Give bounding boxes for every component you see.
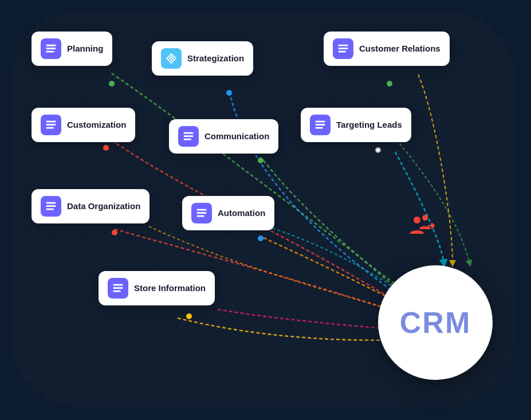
planning-connector [109,81,115,87]
targeting-leads-icon [310,115,331,135]
strategization-icon [161,48,182,69]
customization-connector [103,145,109,151]
strategization-label: Strategization [187,53,244,64]
customer-relations-connector [387,81,392,87]
data-org-connector [112,230,117,235]
svg-point-0 [414,217,420,223]
people-icon [407,212,435,243]
customer-relations-card: Customer Relations [324,32,450,66]
planning-label: Planning [67,44,103,54]
communication-label: Communication [204,131,269,142]
targeting-leads-connector [375,147,381,153]
customer-relations-icon [333,38,353,59]
planning-card: Planning [32,32,112,66]
customization-card: Customization [32,108,135,142]
communication-card: Communication [169,119,278,154]
data-organization-card: Data Organization [32,189,150,223]
targeting-leads-label: Targeting Leads [336,120,402,130]
strategization-card: Strategization [152,41,253,76]
communication-icon [178,126,199,147]
automation-connector [258,235,263,241]
customization-label: Customization [67,120,126,130]
data-organization-icon [41,196,61,217]
automation-card: Automation [182,196,274,230]
crm-label: CRM [400,305,471,340]
store-info-connector [186,313,192,319]
svg-point-1 [422,215,428,221]
planning-icon [41,38,61,59]
data-organization-label: Data Organization [67,201,140,211]
store-information-card: Store Information [99,271,215,305]
strategization-connector [226,90,232,96]
customization-icon [41,115,61,135]
customer-relations-label: Customer Relations [359,44,440,54]
crm-circle: CRM [378,265,493,380]
store-information-icon [108,278,128,299]
communication-connector [258,158,263,163]
automation-icon [191,203,212,223]
targeting-leads-card: Targeting Leads [301,108,411,142]
automation-label: Automation [218,208,265,218]
store-information-label: Store Information [134,283,206,293]
